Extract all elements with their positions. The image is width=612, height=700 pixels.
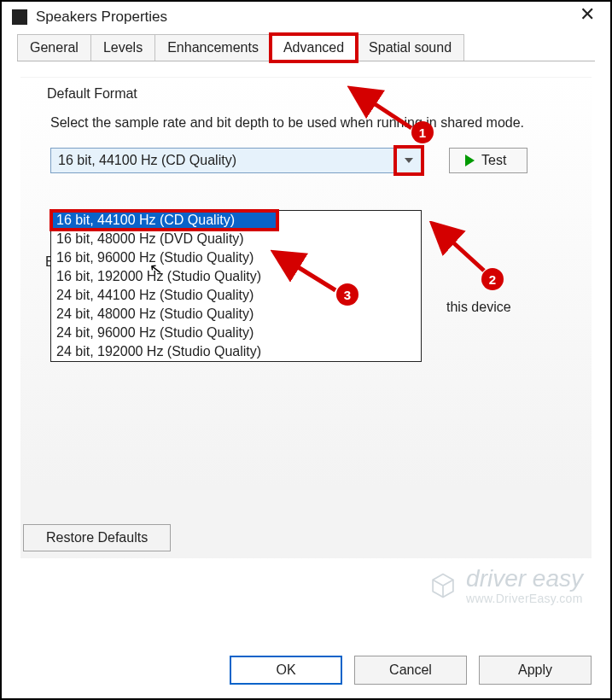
format-dropdown-list[interactable]: 16 bit, 44100 Hz (CD Quality) 16 bit, 48… <box>50 210 422 362</box>
annotation-badge-2: 2 <box>481 268 504 290</box>
format-combo-value[interactable]: 16 bit, 44100 Hz (CD Quality) <box>50 148 396 173</box>
play-icon <box>465 155 475 166</box>
dialog-buttons: OK Cancel Apply <box>230 656 592 685</box>
section-title: Default Format <box>47 86 591 102</box>
tab-enhancements[interactable]: Enhancements <box>154 34 271 61</box>
watermark-url: www.DriverEasy.com <box>466 592 583 604</box>
format-option[interactable]: 24 bit, 96000 Hz (Studio Quality) <box>51 324 421 342</box>
tab-general[interactable]: General <box>17 34 91 61</box>
format-option[interactable]: 16 bit, 44100 Hz (CD Quality) <box>51 211 277 230</box>
test-button[interactable]: Test <box>449 148 527 173</box>
app-icon <box>12 9 27 25</box>
window-title: Speakers Properties <box>36 9 574 26</box>
tab-strip: General Levels Enhancements Advanced Spa… <box>17 34 595 61</box>
test-button-label: Test <box>481 153 506 168</box>
cancel-button[interactable]: Cancel <box>354 656 467 685</box>
format-option[interactable]: 24 bit, 44100 Hz (Studio Quality) <box>51 286 421 305</box>
tab-levels[interactable]: Levels <box>90 34 155 61</box>
apply-button[interactable]: Apply <box>479 656 592 685</box>
svg-line-1 <box>435 226 484 271</box>
svg-line-2 <box>277 254 335 290</box>
close-button[interactable]: ✕ <box>574 3 600 26</box>
tab-pane-advanced: Default Format Select the sample rate an… <box>20 77 592 559</box>
watermark-brand: driver easy <box>466 567 583 591</box>
format-combo-dropdown-button[interactable] <box>396 148 422 173</box>
svg-line-0 <box>354 90 411 128</box>
format-option[interactable]: 24 bit, 48000 Hz (Studio Quality) <box>51 305 421 324</box>
format-option[interactable]: 16 bit, 48000 Hz (DVD Quality) <box>51 230 421 248</box>
annotation-badge-3: 3 <box>336 283 358 306</box>
format-combo[interactable]: 16 bit, 44100 Hz (CD Quality) <box>50 148 422 173</box>
watermark: driver easy www.DriverEasy.com <box>428 567 583 604</box>
tab-advanced[interactable]: Advanced <box>271 34 357 61</box>
obscured-text: this device <box>446 300 511 315</box>
chevron-down-icon <box>405 158 413 163</box>
format-row: 16 bit, 44100 Hz (CD Quality) Test <box>50 148 562 173</box>
cube-icon <box>428 571 458 600</box>
section-description: Select the sample rate and bit depth to … <box>50 114 562 132</box>
format-option[interactable]: 16 bit, 192000 Hz (Studio Quality) <box>51 267 421 286</box>
titlebar: Speakers Properties ✕ <box>2 2 610 34</box>
format-option[interactable]: 24 bit, 192000 Hz (Studio Quality) <box>51 342 421 361</box>
format-option[interactable]: 16 bit, 96000 Hz (Studio Quality) <box>51 248 421 267</box>
ok-button[interactable]: OK <box>230 656 342 685</box>
annotation-badge-1: 1 <box>411 121 434 143</box>
tab-spatial-sound[interactable]: Spatial sound <box>356 34 464 61</box>
restore-defaults-button[interactable]: Restore Defaults <box>23 524 171 551</box>
